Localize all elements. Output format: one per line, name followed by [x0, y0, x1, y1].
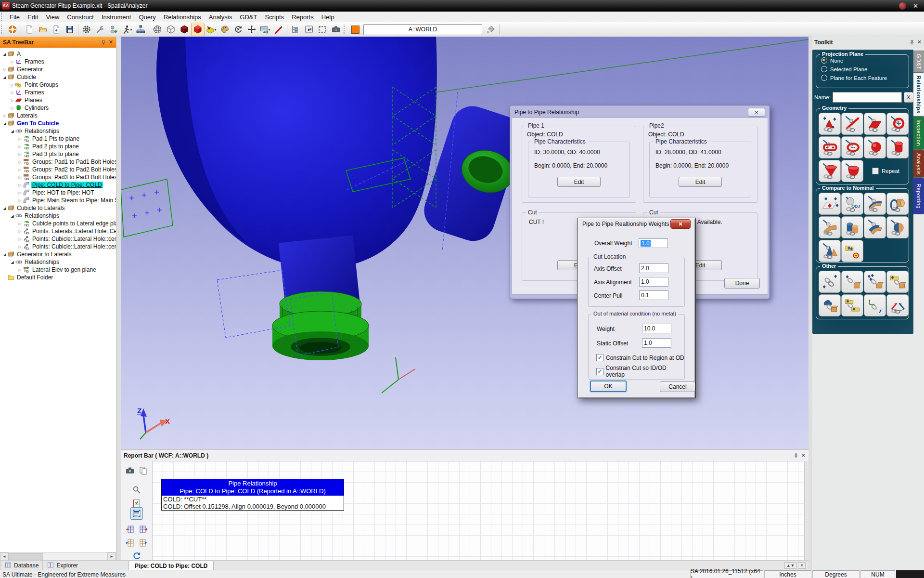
pin-icon[interactable] — [794, 453, 798, 458]
open-file-icon[interactable] — [36, 23, 50, 36]
tree-expander-icon[interactable]: ▷ — [17, 144, 23, 149]
done-button[interactable]: Done — [724, 278, 760, 289]
camera-snapshot-icon[interactable] — [329, 23, 343, 36]
utilities-wrench-icon[interactable] — [93, 23, 107, 36]
compare-surface-patch-button[interactable] — [864, 216, 886, 238]
menu-query[interactable]: Query — [135, 13, 159, 22]
pipe1-edit-button[interactable]: Edit — [557, 177, 601, 187]
tab-scroll-up-icon[interactable]: ▲▼ — [784, 562, 797, 569]
tree-item[interactable]: ◢A — [0, 50, 116, 58]
compare-points-to-plane-button[interactable] — [819, 193, 841, 215]
table-add-left-icon[interactable] — [124, 523, 136, 536]
fit-sphere-button[interactable] — [864, 136, 886, 158]
tree-expander-icon[interactable]: ▷ — [17, 152, 23, 157]
fill-bucket-icon[interactable] — [484, 23, 498, 36]
inspect-icon[interactable] — [130, 484, 143, 496]
constrain-overlap-checkbox[interactable]: ✓ Constrain Cut so ID/OD overlap — [596, 365, 684, 378]
menu-edit[interactable]: Edit — [24, 13, 42, 22]
repeat-checkbox[interactable]: Repeat — [864, 160, 908, 182]
tree-item[interactable]: ◢Cubicle to Laterals — [0, 204, 116, 212]
tree-item[interactable]: ◢Gen To Cubicle — [0, 119, 116, 127]
dialog-title-bar[interactable]: Pipe to Pipe Relationship ✕ — [512, 107, 768, 118]
tree-expander-icon[interactable]: ◢ — [10, 260, 15, 264]
tree-item[interactable]: ◢Relationships — [0, 258, 116, 266]
color-palette-icon[interactable] — [218, 23, 231, 36]
report-canvas[interactable]: Pipe Relationship Pipe: COLD to Pipe: CO… — [152, 461, 805, 561]
relate-frame-to-surface-button[interactable] — [864, 294, 886, 316]
relate-points-to-surface-button[interactable] — [864, 271, 886, 293]
toolkit-tab-analysis[interactable]: Analysis — [913, 150, 924, 178]
tree-expander-icon[interactable]: ▷ — [17, 222, 23, 226]
tree-expander-icon[interactable]: ▷ — [10, 106, 15, 110]
tree-item[interactable]: ▷Pad 1 Pts to plane — [0, 135, 116, 143]
tree-expander-icon[interactable]: ▷ — [17, 268, 23, 272]
display-settings-icon[interactable]: ▼ — [258, 23, 272, 36]
toolkit-tab-relationships[interactable]: Relationships — [913, 73, 924, 116]
tree-item[interactable]: ▷Planes — [0, 96, 116, 104]
close-icon[interactable]: ✕ — [801, 452, 806, 459]
solid-view-red-icon[interactable] — [191, 23, 205, 36]
compare-circle-to-cylinder-button[interactable] — [886, 193, 909, 215]
tab-database[interactable]: Database — [0, 561, 43, 570]
projection-none-radio[interactable]: None — [821, 57, 909, 64]
scroll-thumb[interactable] — [9, 553, 43, 560]
tree-item[interactable]: ▷Generator — [0, 66, 116, 73]
paint-objects-icon[interactable] — [272, 23, 285, 36]
table-move-left-icon[interactable] — [124, 537, 136, 549]
tree-expander-icon[interactable]: ▷ — [10, 98, 15, 103]
tree-expander-icon[interactable]: ▷ — [10, 83, 15, 87]
tree-item[interactable]: ◢Relationships — [0, 127, 116, 135]
tree-item[interactable]: ▷Points: Cubicle::Lateral Hole::center3 … — [0, 243, 116, 250]
fit-line-button[interactable] — [841, 113, 863, 135]
relate-cloud-to-surface-button[interactable] — [819, 294, 841, 316]
center-pull-field[interactable]: 0.1 — [639, 290, 668, 300]
menu-file[interactable]: File — [6, 13, 24, 22]
pin-icon[interactable] — [101, 40, 106, 45]
new-file-icon[interactable] — [23, 23, 36, 36]
tree-item[interactable]: ▷Groups: Pad3 to Pad3 Bolt Holes — [0, 173, 116, 181]
tree-expander-icon[interactable]: ▷ — [10, 91, 15, 95]
tree-view-icon[interactable] — [289, 23, 302, 36]
ok-button[interactable]: OK — [590, 381, 627, 392]
tree-item[interactable]: ▷Pipe: HOT to Pipe: HOT — [0, 189, 116, 197]
menu-scripts[interactable]: Scripts — [261, 13, 288, 22]
scroll-left-icon[interactable]: ◄ — [0, 552, 9, 561]
tab-close-icon[interactable]: ✕ — [798, 562, 806, 569]
tree-item[interactable]: ▷Laterals — [0, 112, 116, 119]
material-weight-field[interactable]: 10.0 — [642, 324, 671, 333]
tree-item[interactable]: ▷Point Groups — [0, 81, 116, 89]
fit-cone-button[interactable] — [819, 160, 841, 182]
weights-close-button[interactable]: ✕ — [670, 219, 691, 229]
tree-item[interactable]: ◢Generator to Laterals — [0, 250, 116, 258]
import-file-icon[interactable] — [50, 23, 63, 36]
view-sphere-icon[interactable] — [151, 23, 164, 36]
report-result-box[interactable]: Pipe Relationship Pipe: COLD to Pipe: CO… — [161, 479, 344, 511]
tree-expander-icon[interactable]: ◢ — [10, 214, 15, 218]
overall-weight-field[interactable]: 1.0 — [639, 238, 668, 248]
menu-analysis[interactable]: Analysis — [205, 13, 236, 22]
compare-sphere-button[interactable] — [886, 216, 909, 238]
camera-icon[interactable] — [124, 464, 136, 477]
tree-expander-icon[interactable]: ◢ — [2, 52, 7, 56]
toolkit-tab-inspection[interactable]: Inspection — [913, 116, 924, 150]
menu-construct[interactable]: Construct — [63, 13, 98, 22]
view-cube-icon[interactable] — [164, 23, 178, 36]
tree-item[interactable]: Default Folder — [0, 274, 116, 281]
fit-circle-button[interactable] — [886, 113, 909, 135]
tree-expander-icon[interactable]: ◢ — [2, 252, 7, 257]
tree-expander-icon[interactable]: ▷ — [17, 237, 23, 241]
tree-item[interactable]: ▷Frames — [0, 58, 116, 66]
axis-offset-field[interactable]: 2.0 — [639, 263, 668, 273]
close-icon[interactable]: ✕ — [109, 39, 113, 45]
close-icon[interactable]: ✕ — [917, 39, 922, 45]
tab-explorer[interactable]: Explorer — [43, 561, 82, 570]
wcf-combo[interactable]: A::WORLD — [363, 24, 482, 35]
tree-item[interactable]: ▷Cylinders — [0, 104, 116, 112]
report-vertical-scrollbar[interactable] — [805, 461, 808, 561]
fit-plane-button[interactable] — [864, 113, 886, 135]
tree-item[interactable]: ▷Pad 2 pts to plane — [0, 143, 116, 150]
weights-title-bar[interactable]: Pipe to Pipe Realtionship Weights ✕ — [578, 218, 695, 230]
tree-item[interactable]: ▷Cubicle points to Lateral edge planes — [0, 220, 116, 227]
tree-expander-icon[interactable]: ▷ — [17, 137, 23, 141]
tree-item[interactable]: ◢Relationships — [0, 212, 116, 220]
